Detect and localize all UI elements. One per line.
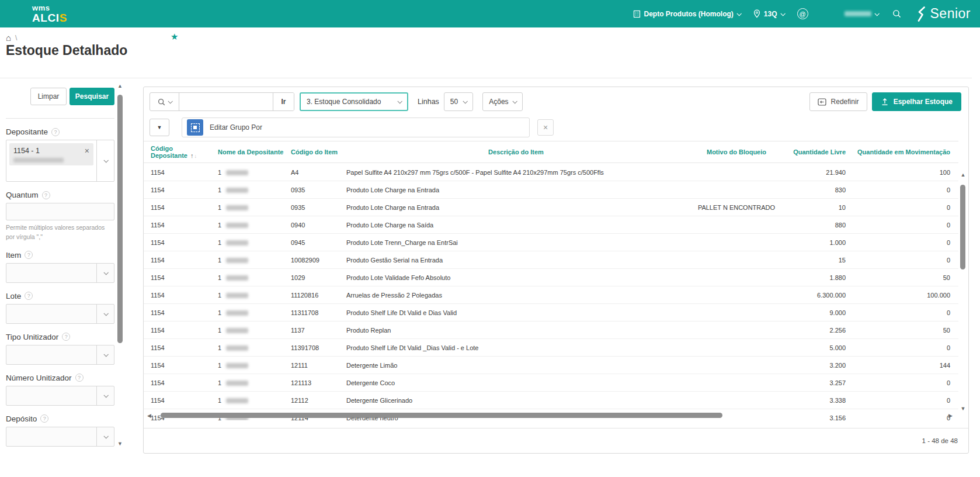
location-selector[interactable]: 13Q: [753, 9, 784, 18]
scroll-right-icon[interactable]: ▶: [948, 413, 953, 419]
mirror-stock-button[interactable]: Espelhar Estoque: [872, 92, 961, 111]
vertical-scrollbar-thumb[interactable]: [960, 185, 965, 269]
help-icon[interactable]: ?: [42, 191, 50, 199]
remove-groupby-button[interactable]: ×: [537, 119, 554, 136]
chevron-down-icon: [397, 99, 402, 103]
cell-quantidade-movimentacao: 0: [850, 239, 958, 246]
collapse-control-button[interactable]: ▼: [150, 119, 169, 136]
user-menu[interactable]: [845, 11, 878, 16]
sidebar-divider: [6, 118, 114, 119]
help-icon[interactable]: ?: [25, 251, 33, 259]
numero-unitizador-select[interactable]: [6, 386, 114, 406]
help-icon[interactable]: ?: [62, 333, 70, 341]
filter-label-quantum: Quantum ?: [6, 191, 114, 199]
cell-codigo-depositante: 1154: [144, 344, 211, 351]
chevron-down-icon: [168, 99, 172, 103]
chevron-down-icon: [103, 393, 108, 398]
cell-nome-depositante: 1: [211, 239, 284, 246]
cell-quantidade-livre: 5.000: [780, 344, 850, 351]
cell-nome-depositante: 1: [211, 222, 284, 229]
cell-nome-depositante: 1: [211, 379, 284, 386]
search-icon[interactable]: [892, 9, 901, 18]
edit-groupby-label[interactable]: Editar Grupo Por: [210, 123, 262, 132]
filter-label-deposito: Depósito ?: [6, 414, 114, 423]
home-icon[interactable]: ⌂: [6, 33, 11, 43]
report-search-input[interactable]: [179, 93, 273, 110]
column-header-motivo-bloqueio[interactable]: Motivo do Bloqueio: [693, 148, 780, 155]
department-selector[interactable]: Depto Produtos (Homolog): [633, 10, 741, 18]
edit-groupby-icon[interactable]: [187, 119, 203, 136]
groupby-toolbar: ▼ Editar Grupo Por ×: [150, 117, 554, 137]
depositante-multiselect[interactable]: 1154 - 1 ×: [6, 140, 114, 182]
column-header-codigo-depositante[interactable]: Código Depositante↑↓: [144, 145, 211, 159]
scroll-left-icon[interactable]: ◀: [147, 413, 151, 419]
column-header-nome-depositante[interactable]: Nome da Depositante: [211, 148, 284, 155]
column-header-descricao-item[interactable]: Descrição do Item: [339, 148, 693, 155]
remove-chip-icon[interactable]: ×: [85, 146, 89, 155]
table-row: 11541A4Papel Sulfite A4 210x297 mm 75grs…: [144, 164, 958, 181]
actions-menu-button[interactable]: Ações: [482, 92, 522, 111]
cell-codigo-depositante: 1154: [144, 292, 211, 299]
cell-quantidade-movimentacao: 0: [850, 257, 958, 264]
column-header-codigo-item[interactable]: Código do Item: [284, 148, 339, 155]
cell-quantidade-movimentacao: 100.000: [850, 292, 958, 299]
reset-button[interactable]: Redefinir: [809, 92, 867, 111]
location-pin-icon: [753, 9, 760, 18]
cell-nome-depositante: 1: [211, 257, 284, 264]
redacted-text: [13, 158, 64, 163]
sidebar-scrollbar: ▲ ▼: [116, 83, 124, 447]
cell-quantidade-livre: 10: [780, 204, 850, 211]
redacted-text: [226, 328, 248, 333]
cell-codigo-item: 11120816: [284, 292, 339, 299]
favorite-star-icon[interactable]: ★: [171, 32, 178, 42]
chevron-down-icon: [103, 434, 108, 438]
tipo-unitizador-select[interactable]: [6, 345, 114, 365]
deposito-select[interactable]: [6, 427, 114, 447]
filter-sidebar: Limpar Pesquisar Depositante ? 1154 - 1 …: [0, 82, 125, 448]
table-row: 115410935Produto Lote Charge na Entrada8…: [144, 181, 958, 199]
help-icon[interactable]: ?: [75, 374, 84, 382]
sidebar-scrollbar-thumb[interactable]: [117, 95, 123, 343]
cell-codigo-depositante: 1154: [144, 239, 211, 246]
top-bar: wms ALCIS Depto Produtos (Homolog) 13Q @…: [0, 0, 980, 27]
report-search-group: Ir: [150, 92, 294, 111]
saved-report-select[interactable]: 3. Estoque Consolidado: [300, 92, 408, 111]
help-icon[interactable]: ?: [25, 292, 33, 300]
cell-descricao-item: Produto Lote Trenn_Charge na EntrSai: [339, 239, 693, 246]
cell-descricao-item: Arruelas de Pressão 2 Polegadas: [339, 292, 693, 299]
horizontal-scrollbar-thumb[interactable]: [161, 413, 722, 418]
cell-codigo-item: 11311708: [284, 309, 339, 316]
cell-quantidade-movimentacao: 144: [850, 362, 958, 369]
cell-nome-depositante: 1: [211, 292, 284, 299]
help-icon[interactable]: ?: [51, 128, 60, 136]
cell-nome-depositante: 1: [211, 397, 284, 404]
lote-select[interactable]: [6, 304, 114, 324]
redacted-text: [226, 170, 248, 175]
column-header-quantidade-movimentacao[interactable]: Quantidade em Movimentação: [850, 148, 958, 155]
table-row: 1154112112Detergente Glicerinado3.3380: [144, 392, 958, 409]
item-select[interactable]: [6, 263, 114, 283]
go-button[interactable]: Ir: [273, 93, 294, 110]
search-filters-button[interactable]: Pesquisar: [69, 88, 114, 105]
scroll-down-icon[interactable]: ▼: [116, 441, 124, 447]
help-icon[interactable]: ?: [40, 414, 48, 423]
cell-nome-depositante: 1: [211, 309, 284, 316]
title-divider: [0, 78, 972, 78]
redacted-text: [226, 275, 248, 281]
cell-nome-depositante: 1: [211, 327, 284, 334]
quantum-input[interactable]: [6, 203, 114, 220]
cell-descricao-item: Detergente Glicerinado: [339, 397, 693, 404]
table-vertical-scrollbar: ▲ ▼: [960, 172, 967, 412]
support-icon[interactable]: @: [797, 8, 808, 19]
column-header-quantidade-livre[interactable]: Quantidade Livre: [780, 148, 850, 155]
scroll-up-icon[interactable]: ▲: [116, 83, 124, 89]
chevron-down-icon: [103, 270, 108, 275]
search-column-dropdown[interactable]: [150, 93, 179, 110]
redacted-text: [226, 398, 248, 403]
cell-codigo-item: 1029: [284, 274, 339, 281]
scroll-up-icon[interactable]: ▲: [960, 172, 967, 178]
logo-wms-text: wms: [32, 4, 67, 12]
clear-filters-button[interactable]: Limpar: [30, 88, 67, 105]
scroll-down-icon[interactable]: ▼: [960, 406, 967, 412]
rows-per-page-select[interactable]: 50: [444, 92, 473, 111]
